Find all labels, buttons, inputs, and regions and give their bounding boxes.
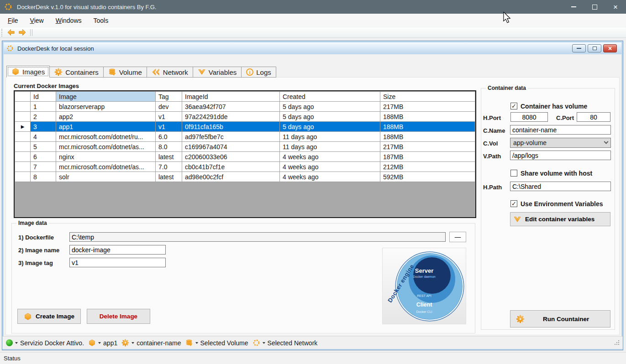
run-container-button[interactable]: Run Countainer xyxy=(510,310,610,328)
table-cell[interactable]: 11 days ago xyxy=(280,142,380,152)
table-cell[interactable]: 592MB xyxy=(380,172,475,182)
resize-grip[interactable] xyxy=(615,340,620,346)
table-cell[interactable]: 5 days ago xyxy=(280,122,380,132)
tab-logs[interactable]: i Logs xyxy=(242,67,276,78)
table-cell[interactable]: mcr.microsoft.com/dotnet/as... xyxy=(56,162,156,172)
table-row[interactable]: 8solrlatestad98e00c2fcf4 weeks ago592MB xyxy=(15,172,475,182)
table-cell[interactable]: solr xyxy=(56,172,156,182)
use-env-checkbox[interactable]: ✓ xyxy=(510,200,517,207)
table-cell[interactable]: app2 xyxy=(56,112,156,122)
table-cell[interactable]: 3 xyxy=(31,122,56,132)
table-row[interactable]: 1blazorserverappdev36aea942f7075 days ag… xyxy=(15,102,475,112)
table-cell[interactable]: dev xyxy=(156,102,182,112)
table-cell[interactable]: 187MB xyxy=(380,152,475,162)
hport-input[interactable] xyxy=(510,112,548,122)
minimize-button[interactable] xyxy=(563,0,584,14)
table-cell[interactable]: latest xyxy=(156,172,182,182)
hpath-input[interactable] xyxy=(510,182,611,191)
table-row[interactable]: 7mcr.microsoft.com/dotnet/as...7.0cb0c41… xyxy=(15,162,475,172)
edit-container-variables-button[interactable]: Edit container variables xyxy=(510,212,610,226)
table-cell[interactable]: v1 xyxy=(156,112,182,122)
row-selector[interactable] xyxy=(15,102,31,112)
table-cell[interactable]: 4 weeks ago xyxy=(280,172,380,182)
row-selector[interactable] xyxy=(15,112,31,122)
column-header[interactable]: Created xyxy=(280,92,380,102)
docker-service-status[interactable]: Servizio Docker Attivo. xyxy=(6,339,84,347)
column-header[interactable]: Tag xyxy=(156,92,182,102)
tab-images[interactable]: Images xyxy=(6,66,50,78)
selected-volume-status[interactable]: Selected Volume xyxy=(185,339,248,347)
image-name-input[interactable] xyxy=(69,245,166,255)
back-button[interactable] xyxy=(5,28,16,37)
table-cell[interactable]: 5 days ago xyxy=(280,102,380,112)
row-selector[interactable] xyxy=(15,162,31,172)
row-selector[interactable] xyxy=(15,142,31,152)
table-cell[interactable]: 4 xyxy=(31,132,56,142)
table-cell[interactable]: 217MB xyxy=(380,102,475,112)
delete-image-button[interactable]: Delete Image xyxy=(87,309,150,324)
browse-dockerfile-button[interactable]: — xyxy=(449,232,466,242)
tab-variables[interactable]: Variables xyxy=(193,67,242,78)
table-cell[interactable]: 7.0 xyxy=(156,162,182,172)
row-selector[interactable] xyxy=(15,172,31,182)
table-cell[interactable]: mcr.microsoft.com/dotnet/ru... xyxy=(56,132,156,142)
column-header[interactable]: ImageId xyxy=(182,92,280,102)
table-cell[interactable]: 188MB xyxy=(380,132,475,142)
row-selector[interactable] xyxy=(15,132,31,142)
child-close-button[interactable]: × xyxy=(603,44,617,52)
cname-input[interactable] xyxy=(510,125,611,135)
table-row[interactable]: 5mcr.microsoft.com/dotnet/as...8.0c16996… xyxy=(15,142,475,152)
table-cell[interactable]: 6 xyxy=(31,152,56,162)
forward-button[interactable] xyxy=(16,28,27,37)
row-selector[interactable]: ▶ xyxy=(15,122,31,132)
vpath-input[interactable] xyxy=(510,151,611,160)
table-cell[interactable]: mcr.microsoft.com/dotnet/as... xyxy=(56,142,156,152)
menu-file[interactable]: File xyxy=(2,15,24,26)
table-row[interactable]: 2app2v197a224291dde5 days ago188MB xyxy=(15,112,475,122)
table-cell[interactable]: 7 xyxy=(31,162,56,172)
selected-container-status[interactable]: container-name xyxy=(121,339,181,347)
selected-image-status[interactable]: app1 xyxy=(88,339,117,347)
table-cell[interactable]: 217MB xyxy=(380,142,475,152)
table-cell[interactable]: 8.0 xyxy=(156,142,182,152)
table-cell[interactable]: ad98e00c2fcf xyxy=(182,172,280,182)
container-has-volume-checkbox[interactable]: ✓ xyxy=(510,103,517,109)
column-header[interactable]: Size xyxy=(380,92,475,102)
table-cell[interactable]: 188MB xyxy=(380,112,475,122)
row-selector[interactable] xyxy=(15,152,31,162)
table-cell[interactable]: 188MB xyxy=(380,122,475,132)
menu-view[interactable]: View xyxy=(24,15,50,26)
table-cell[interactable]: 6.0 xyxy=(156,132,182,142)
table-cell[interactable]: 212MB xyxy=(380,162,475,172)
table-cell[interactable]: 8 xyxy=(31,172,56,182)
maximize-button[interactable] xyxy=(584,0,605,14)
table-row[interactable]: 6nginxlatestc20060033e064 weeks ago187MB xyxy=(15,152,475,162)
tab-containers[interactable]: Containers xyxy=(50,67,104,78)
table-cell[interactable]: 5 xyxy=(31,142,56,152)
table-cell[interactable]: 0f911cfa165b xyxy=(182,122,280,132)
child-maximize-button[interactable] xyxy=(588,44,601,52)
table-cell[interactable]: latest xyxy=(156,152,182,162)
menu-tools[interactable]: Tools xyxy=(88,15,115,26)
create-image-button[interactable]: Create Image xyxy=(17,309,81,324)
table-cell[interactable]: 4 weeks ago xyxy=(280,162,380,172)
share-volume-checkbox[interactable] xyxy=(510,170,517,177)
table-cell[interactable]: blazorserverapp xyxy=(56,102,156,112)
image-tag-input[interactable] xyxy=(69,258,166,267)
tab-network[interactable]: Network xyxy=(147,67,193,78)
table-cell[interactable]: 1 xyxy=(31,102,56,112)
child-minimize-button[interactable] xyxy=(572,44,586,52)
cvol-select[interactable]: app-volume xyxy=(510,138,611,148)
table-cell[interactable]: 11 days ago xyxy=(280,132,380,142)
table-row[interactable]: 4mcr.microsoft.com/dotnet/ru...6.0ad97fe… xyxy=(15,132,475,142)
table-row[interactable]: ▶3app1v10f911cfa165b5 days ago188MB xyxy=(15,122,475,132)
column-header[interactable]: Id xyxy=(31,92,56,102)
table-cell[interactable]: c20060033e06 xyxy=(182,152,280,162)
close-button[interactable]: × xyxy=(605,0,626,14)
table-cell[interactable]: v1 xyxy=(156,122,182,132)
header-row[interactable]: IdImageTagImageIdCreatedSize xyxy=(15,92,475,102)
tab-volume[interactable]: Volume xyxy=(104,67,147,78)
table-cell[interactable]: 2 xyxy=(31,112,56,122)
table-cell[interactable]: cb0c41b7cf1e xyxy=(182,162,280,172)
menu-windows[interactable]: Windows xyxy=(50,15,88,26)
